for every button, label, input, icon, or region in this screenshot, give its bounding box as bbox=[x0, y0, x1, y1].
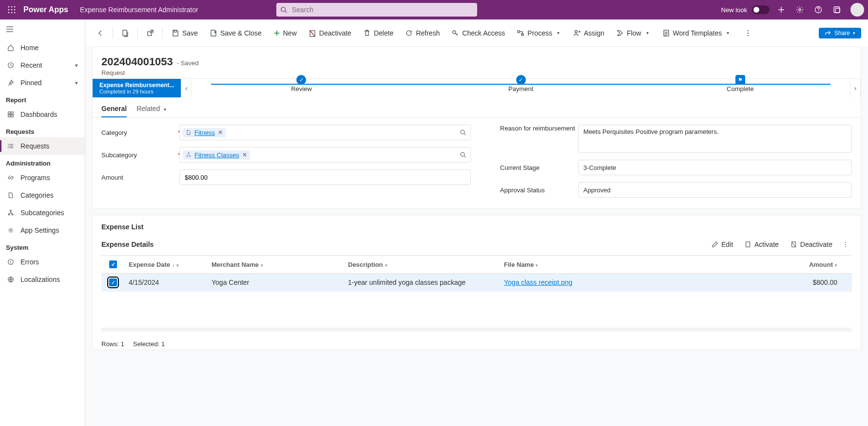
bpf-duration: Completed in 29 hours bbox=[99, 89, 174, 94]
record-number: 202404001053 bbox=[101, 56, 173, 68]
business-process-flow: Expense Reimbursement... Completed in 29… bbox=[93, 78, 861, 97]
tab-general[interactable]: General bbox=[101, 100, 127, 117]
table-row[interactable]: ✓ 4/15/2024 Yoga Center 1-year unlimited… bbox=[101, 274, 852, 292]
left-nav: Home Recent ▾ Pinned ▾ Report Dashboards… bbox=[0, 19, 85, 426]
process-button[interactable]: Process ▾ bbox=[512, 25, 566, 41]
alert-icon bbox=[7, 259, 15, 265]
row-checkbox[interactable]: ✓ bbox=[101, 278, 125, 286]
environment-icon[interactable] bbox=[830, 3, 844, 17]
svg-rect-42 bbox=[174, 30, 176, 32]
svg-point-6 bbox=[8, 12, 10, 14]
file-link[interactable]: Yoga class receipt.png bbox=[504, 278, 572, 286]
check-access-button[interactable]: Check Access bbox=[446, 25, 510, 41]
nav-errors[interactable]: Errors bbox=[0, 253, 85, 271]
global-search[interactable] bbox=[276, 3, 477, 17]
expense-list-card: Expense List Expense Details Edit Activa… bbox=[92, 215, 861, 350]
chevron-down-icon: ▾ bbox=[385, 263, 387, 268]
svg-rect-48 bbox=[518, 31, 520, 33]
settings-icon[interactable] bbox=[793, 3, 807, 17]
subcategory-chip: Fitness Classes ✕ bbox=[183, 150, 250, 160]
bpf-next-button[interactable]: › bbox=[850, 79, 861, 97]
reason-field[interactable]: Meets Perquisites Positive program param… bbox=[578, 125, 852, 153]
chevron-down-icon: ▾ bbox=[261, 263, 263, 268]
nav-localizations[interactable]: Localizations bbox=[0, 271, 85, 288]
assign-button[interactable]: Assign bbox=[568, 25, 609, 41]
new-look-toggle[interactable] bbox=[752, 5, 770, 14]
save-close-button[interactable]: Save & Close bbox=[205, 25, 267, 41]
delete-button[interactable]: Delete bbox=[358, 25, 398, 41]
svg-point-55 bbox=[461, 130, 464, 134]
search-input[interactable] bbox=[276, 3, 477, 17]
col-description[interactable]: Description▾ bbox=[344, 261, 500, 268]
save-button[interactable]: Save bbox=[167, 25, 203, 41]
globe-icon bbox=[7, 276, 15, 283]
add-icon[interactable] bbox=[774, 3, 788, 17]
nav-categories[interactable]: Categories bbox=[0, 186, 85, 204]
new-button[interactable]: New bbox=[269, 25, 302, 41]
stage-review[interactable]: ✓ Review bbox=[192, 79, 411, 96]
current-stage-field[interactable]: 3-Complete bbox=[578, 160, 852, 175]
refresh-button[interactable]: Refresh bbox=[400, 25, 444, 41]
bpf-prev-button[interactable]: ‹ bbox=[181, 79, 192, 97]
stage-complete[interactable]: ⚑ Complete bbox=[631, 79, 850, 96]
save-close-label: Save & Close bbox=[220, 29, 262, 37]
category-link[interactable]: Fitness bbox=[194, 129, 215, 136]
app-name-label: Expense Reimbursement Administrator bbox=[80, 6, 198, 14]
nav-requests-label: Requests bbox=[20, 142, 49, 150]
horizontal-scrollbar[interactable] bbox=[101, 328, 852, 332]
nav-home[interactable]: Home bbox=[0, 39, 85, 56]
subcategory-lookup[interactable]: Fitness Classes ✕ bbox=[179, 147, 471, 163]
chevron-down-icon: ▾ bbox=[853, 31, 855, 36]
nav-recent[interactable]: Recent ▾ bbox=[0, 56, 85, 74]
col-amount[interactable]: Amount▾ bbox=[666, 261, 852, 268]
nav-pinned[interactable]: Pinned ▾ bbox=[0, 74, 85, 92]
open-new-window-button[interactable] bbox=[142, 25, 158, 41]
user-avatar[interactable] bbox=[850, 3, 864, 17]
chevron-down-icon[interactable]: ▾ bbox=[555, 30, 561, 36]
record-set-button[interactable] bbox=[117, 25, 134, 41]
svg-line-46 bbox=[310, 31, 315, 37]
word-templates-button[interactable]: Word Templates ▾ bbox=[657, 25, 736, 41]
deactivate-row-button[interactable]: Deactivate bbox=[786, 239, 837, 250]
edit-button[interactable]: Edit bbox=[707, 239, 738, 250]
gear-icon bbox=[7, 227, 15, 234]
select-all-checkbox[interactable]: ✓ bbox=[101, 260, 125, 268]
approval-status-field[interactable]: Approved bbox=[578, 182, 852, 198]
subgrid-more-button[interactable] bbox=[839, 239, 852, 250]
stage-payment[interactable]: ✓ Payment bbox=[411, 79, 631, 96]
nav-programs[interactable]: Programs bbox=[0, 169, 85, 186]
subcategory-link[interactable]: Fitness Classes bbox=[194, 151, 239, 159]
app-launcher-icon[interactable] bbox=[4, 2, 19, 18]
bpf-process-name: Expense Reimbursement... bbox=[99, 82, 174, 89]
tab-related[interactable]: Related ▾ bbox=[136, 100, 166, 117]
activate-button[interactable]: Activate bbox=[740, 239, 784, 250]
search-icon[interactable] bbox=[460, 151, 466, 158]
brand-label: Power Apps bbox=[23, 5, 68, 14]
flag-icon: ⚑ bbox=[735, 75, 745, 85]
share-button[interactable]: Share ▾ bbox=[819, 28, 861, 38]
search-icon[interactable] bbox=[460, 129, 466, 136]
help-icon[interactable] bbox=[811, 3, 825, 17]
amount-field[interactable] bbox=[179, 169, 471, 185]
form-body: Category* Fitness ✕ Subc bbox=[93, 118, 861, 208]
chevron-down-icon[interactable]: ▾ bbox=[644, 30, 651, 36]
remove-chip-icon[interactable]: ✕ bbox=[242, 151, 247, 158]
nav-requests[interactable]: Requests bbox=[0, 137, 85, 155]
flow-button[interactable]: Flow ▾ bbox=[611, 25, 656, 41]
chevron-down-icon[interactable]: ▾ bbox=[725, 30, 731, 36]
col-merchant[interactable]: Merchant Name▾ bbox=[208, 261, 344, 268]
more-commands-button[interactable] bbox=[740, 25, 756, 41]
subcategory-label: Subcategory* bbox=[101, 151, 179, 159]
category-lookup[interactable]: Fitness ✕ bbox=[179, 125, 471, 140]
nav-dashboards[interactable]: Dashboards bbox=[0, 106, 85, 123]
col-file-name[interactable]: File Name▾ bbox=[500, 261, 666, 268]
nav-app-settings[interactable]: App Settings bbox=[0, 222, 85, 239]
deactivate-button[interactable]: Deactivate bbox=[304, 25, 356, 41]
nav-collapse-button[interactable] bbox=[0, 19, 85, 39]
bpf-current-stage[interactable]: Expense Reimbursement... Completed in 29… bbox=[93, 79, 181, 97]
back-button[interactable] bbox=[92, 25, 109, 41]
pin-icon bbox=[7, 79, 15, 86]
remove-chip-icon[interactable]: ✕ bbox=[218, 129, 223, 136]
nav-subcategories[interactable]: Subcategories bbox=[0, 204, 85, 222]
col-expense-date[interactable]: Expense Date ↓▾ bbox=[125, 261, 208, 268]
